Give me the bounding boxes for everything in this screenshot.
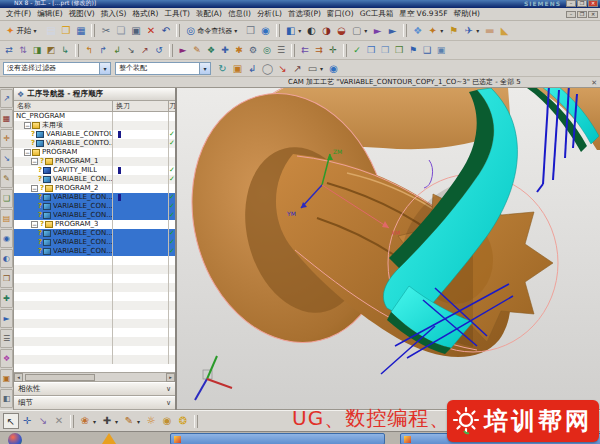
tree-row[interactable]: ?VARIABLE_CON...✓ [14, 193, 175, 202]
flag-icon[interactable]: ⚑ [406, 43, 420, 58]
menu-item[interactable]: 信息(I) [225, 9, 254, 19]
sphere-select-icon[interactable]: ◉ [326, 61, 341, 76]
taskbar-button[interactable] [170, 433, 385, 444]
swirl-icon[interactable]: ❂ [175, 413, 191, 429]
system-scenes-icon[interactable]: ☰ [0, 329, 13, 348]
manufacturing-wizard-icon[interactable]: ✚ [0, 289, 13, 308]
command-finder-button[interactable]: ◎ 命令查找器 ▾ [183, 25, 243, 36]
tree-row[interactable]: NC_PROGRAM [14, 112, 175, 121]
reuse-library-icon[interactable]: ❏ [0, 189, 13, 208]
minimize-button[interactable]: – [566, 0, 576, 7]
rotate-view-icon[interactable]: ► [370, 23, 385, 38]
menu-item[interactable]: 首选项(P) [285, 9, 324, 19]
ellipse-icon[interactable]: ◯ [260, 61, 275, 76]
simulate-2-icon[interactable]: ❒ [378, 43, 392, 58]
view-cube-icon[interactable]: ◧ [283, 23, 298, 38]
multi-select-icon[interactable]: ✛ [19, 413, 35, 429]
constraint-navigator-icon[interactable]: ▦ [0, 109, 13, 128]
snap-intersect-icon[interactable]: ↗ [138, 43, 152, 58]
expander-icon[interactable]: − [24, 149, 31, 156]
part-navigator-icon[interactable]: ✛ [0, 129, 13, 148]
transform-icon[interactable]: ⇉ [312, 43, 326, 58]
return-icon[interactable]: ↲ [245, 61, 260, 76]
drag-select-icon[interactable]: ↘ [35, 413, 51, 429]
restore-button[interactable]: ❐ [577, 0, 587, 7]
tree-row[interactable]: ?VARIABLE_CON...✓ [14, 175, 175, 184]
edit-display-icon[interactable]: ⇇ [298, 43, 312, 58]
section-dependencies[interactable]: 相依性 ∨ [14, 382, 175, 396]
chevron-down-icon[interactable]: ▾ [199, 63, 210, 74]
expander-icon[interactable]: − [31, 221, 38, 228]
create-method-icon[interactable]: ✚ [218, 43, 232, 58]
menu-item[interactable]: 分析(L) [254, 9, 285, 19]
refresh-icon[interactable]: ↻ [215, 61, 230, 76]
menu-item[interactable]: 格式(R) [129, 9, 161, 19]
tree-row[interactable]: −未用项 [14, 121, 175, 130]
ruler-icon[interactable]: ▬ [482, 23, 497, 38]
deselect-icon[interactable]: ✕ [51, 413, 67, 429]
menu-item[interactable]: 装配(A) [193, 9, 225, 19]
wave-link-icon[interactable]: ⇅ [16, 43, 30, 58]
tree-row[interactable]: −?PROGRAM_2 [14, 184, 175, 193]
tree-row[interactable]: −?PROGRAM_1 [14, 157, 175, 166]
roles-icon[interactable]: ► [0, 309, 13, 328]
tree-row[interactable]: −?PROGRAM_3 [14, 220, 175, 229]
snap-center-icon[interactable]: ↘ [124, 43, 138, 58]
scrollbar-thumb[interactable] [25, 374, 95, 381]
delete-icon[interactable]: ✕ [143, 23, 158, 38]
navigator-title-bar[interactable]: ❖ 工序导航器 - 程序顺序 [14, 88, 175, 101]
menu-item[interactable]: 视图(V) [66, 9, 98, 19]
menu-item[interactable]: 工具(T) [161, 9, 192, 19]
tree-row[interactable]: ?CAVITY_MILL✓ [14, 166, 175, 175]
web-browser-icon[interactable]: ◉ [0, 229, 13, 248]
menu-item[interactable]: GC工具箱 [357, 9, 397, 19]
window-icon[interactable]: ❒ [243, 23, 258, 38]
menu-item[interactable]: 编辑(E) [34, 9, 66, 19]
angle-icon[interactable]: ◣ [497, 23, 512, 38]
tree-row[interactable]: ?VARIABLE_CON...✓ [14, 238, 175, 247]
image-icon[interactable]: ▣ [434, 43, 448, 58]
section-details[interactable]: 细节 ∨ [14, 396, 175, 410]
arrow-dark-icon[interactable]: ↗ [290, 61, 305, 76]
generate-toolpath-icon[interactable]: ⚙ [246, 43, 260, 58]
scroll-right-icon[interactable]: ▸ [166, 373, 175, 382]
create-operation-icon[interactable]: ✱ [232, 43, 246, 58]
pan-view-icon[interactable]: ► [385, 23, 400, 38]
column-toolpath[interactable]: 刀 [169, 101, 175, 111]
paste-icon[interactable]: ▣ [128, 23, 143, 38]
expander-icon[interactable]: − [24, 122, 31, 129]
approve-icon[interactable]: ✓ [350, 43, 364, 58]
create-program-icon[interactable]: ► [176, 43, 190, 58]
plus-select-icon[interactable]: ✚ [99, 413, 115, 429]
menu-item[interactable]: 插入(S) [98, 9, 130, 19]
tree-row[interactable]: −PROGRAM [14, 148, 175, 157]
selection-scope-combo[interactable]: 整个装配 ▾ [115, 62, 211, 75]
operation-navigator-icon[interactable]: ↘ [0, 149, 13, 168]
measure-icon[interactable]: ⚑ [446, 23, 461, 38]
tree-row[interactable]: ?VARIABLE_CONTO...✓ [14, 139, 175, 148]
title-bar[interactable]: NX 8 - 加工 - […prt (修改的)] SIEMENS – ❐ ✕ [0, 0, 600, 8]
palette-icon[interactable]: ▣ [0, 369, 13, 388]
fit-view-icon[interactable]: ▣ [230, 61, 245, 76]
graphics-window[interactable]: ZM YM XM [177, 88, 600, 410]
tree-row[interactable]: ?VARIABLE_CON...✓ [14, 202, 175, 211]
scroll-left-icon[interactable]: ◂ [14, 373, 23, 382]
copy-icon[interactable]: ❏ [113, 23, 128, 38]
globe-icon[interactable]: ◉ [258, 23, 273, 38]
face-analysis-icon[interactable]: ◒ [334, 23, 349, 38]
layer-icon[interactable]: ◩ [44, 43, 58, 58]
create-tool-icon[interactable]: ✎ [190, 43, 204, 58]
link-icon[interactable]: ⇄ [2, 43, 16, 58]
snap-mid-icon[interactable]: ↱ [96, 43, 110, 58]
rect-select-icon[interactable]: ▭ [305, 61, 320, 76]
column-toolchange[interactable]: 换刀 [113, 101, 169, 111]
undo-icon[interactable]: ↶ [158, 23, 173, 38]
touch-panel-icon[interactable]: ❖ [0, 349, 13, 368]
highlight-icon[interactable]: ☼ [143, 413, 159, 429]
tree-row[interactable]: ?VARIABLE_CON...✓ [14, 247, 175, 256]
machine-icon[interactable]: ✛ [326, 43, 340, 58]
note-icon[interactable]: ❑ [420, 43, 434, 58]
cut-icon[interactable]: ✂ [98, 23, 113, 38]
shaded-view-icon[interactable]: ◐ [304, 23, 319, 38]
child-close-button[interactable]: ✕ [588, 11, 598, 18]
